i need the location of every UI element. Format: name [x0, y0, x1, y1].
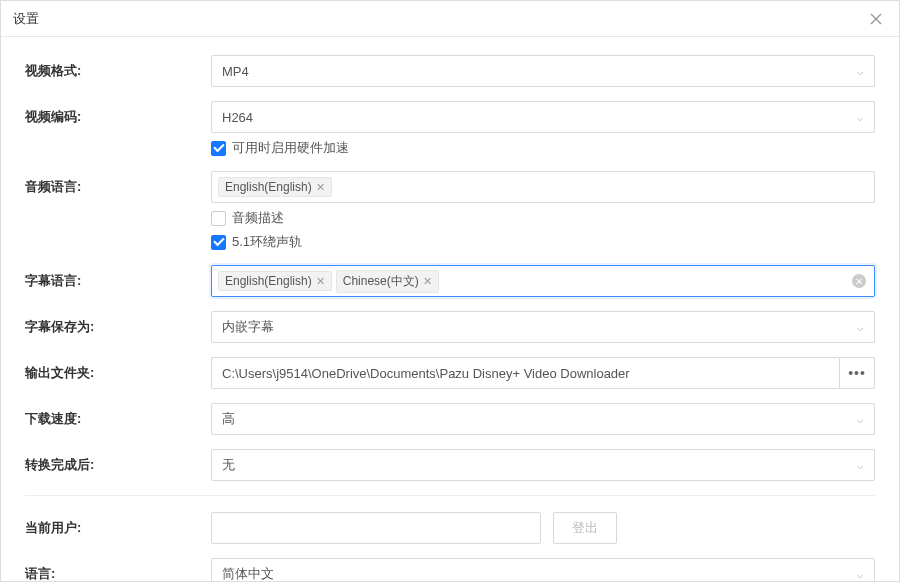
tag-remove-icon[interactable]: ✕: [316, 181, 325, 194]
tag-label: Chinese(中文): [343, 273, 419, 290]
logout-button[interactable]: 登出: [553, 512, 617, 544]
label-ui-lang: 语言:: [25, 558, 211, 582]
video-codec-select[interactable]: H264 ⌵: [211, 101, 875, 133]
tag-remove-icon[interactable]: ✕: [423, 275, 432, 288]
video-format-select[interactable]: MP4 ⌵: [211, 55, 875, 87]
label-subtitle-lang: 字幕语言:: [25, 265, 211, 290]
current-user-input[interactable]: [211, 512, 541, 544]
after-convert-value: 无: [222, 456, 235, 474]
ui-lang-value: 简体中文: [222, 565, 274, 582]
audio-desc-checkbox[interactable]: [211, 211, 226, 226]
window-title: 设置: [13, 10, 39, 28]
label-output-folder: 输出文件夹:: [25, 357, 211, 382]
subtitle-lang-input[interactable]: English(English) ✕ Chinese(中文) ✕ ✕: [211, 265, 875, 297]
chevron-down-icon: ⌵: [857, 321, 864, 334]
download-speed-select[interactable]: 高 ⌵: [211, 403, 875, 435]
label-audio-lang: 音频语言:: [25, 171, 211, 196]
divider: [25, 495, 875, 496]
label-current-user: 当前用户:: [25, 512, 211, 537]
surround-label: 5.1环绕声轨: [232, 233, 302, 251]
tag-remove-icon[interactable]: ✕: [316, 275, 325, 288]
subtitle-lang-tag: English(English) ✕: [218, 271, 332, 291]
subtitle-save-select[interactable]: 内嵌字幕 ⌵: [211, 311, 875, 343]
close-icon[interactable]: [867, 10, 885, 28]
subtitle-lang-tag: Chinese(中文) ✕: [336, 270, 439, 293]
audio-lang-tag: English(English) ✕: [218, 177, 332, 197]
output-folder-field[interactable]: C:\Users\j9514\OneDrive\Documents\Pazu D…: [211, 357, 839, 389]
settings-window: 设置 视频格式: MP4 ⌵ 视频编码: H264 ⌵: [0, 0, 900, 582]
surround-checkbox[interactable]: [211, 235, 226, 250]
hw-accel-checkbox[interactable]: [211, 141, 226, 156]
chevron-down-icon: ⌵: [857, 65, 864, 78]
chevron-down-icon: ⌵: [857, 413, 864, 426]
after-convert-select[interactable]: 无 ⌵: [211, 449, 875, 481]
chevron-down-icon: ⌵: [857, 111, 864, 124]
tag-label: English(English): [225, 180, 312, 194]
label-subtitle-save: 字幕保存为:: [25, 311, 211, 336]
hw-accel-label: 可用时启用硬件加速: [232, 139, 349, 157]
video-codec-value: H264: [222, 110, 253, 125]
output-folder-value: C:\Users\j9514\OneDrive\Documents\Pazu D…: [222, 366, 630, 381]
clear-all-icon[interactable]: ✕: [852, 274, 866, 288]
label-download-speed: 下载速度:: [25, 403, 211, 428]
tag-label: English(English): [225, 274, 312, 288]
label-video-format: 视频格式:: [25, 55, 211, 80]
titlebar: 设置: [1, 1, 899, 37]
ui-lang-select[interactable]: 简体中文 ⌵: [211, 558, 875, 582]
audio-desc-label: 音频描述: [232, 209, 284, 227]
chevron-down-icon: ⌵: [857, 568, 864, 581]
subtitle-save-value: 内嵌字幕: [222, 318, 274, 336]
audio-lang-input[interactable]: English(English) ✕: [211, 171, 875, 203]
browse-button[interactable]: •••: [839, 357, 875, 389]
ellipsis-icon: •••: [848, 365, 866, 381]
settings-content: 视频格式: MP4 ⌵ 视频编码: H264 ⌵ 可用时启用硬件加速: [1, 37, 899, 582]
download-speed-value: 高: [222, 410, 235, 428]
video-format-value: MP4: [222, 64, 249, 79]
label-video-codec: 视频编码:: [25, 101, 211, 126]
chevron-down-icon: ⌵: [857, 459, 864, 472]
label-after-convert: 转换完成后:: [25, 449, 211, 474]
